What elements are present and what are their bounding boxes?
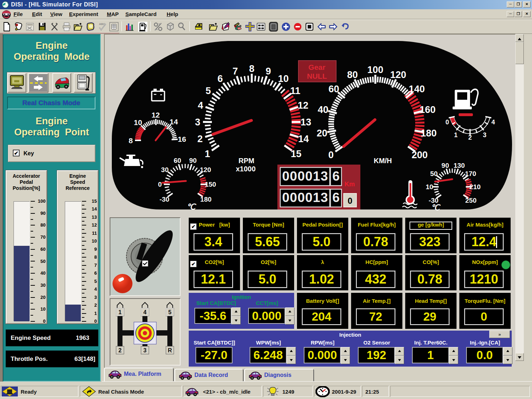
svg-text:1: 1 bbox=[205, 149, 210, 159]
svg-text:0: 0 bbox=[348, 196, 352, 206]
svg-text:6: 6 bbox=[332, 190, 340, 205]
svg-text:R: R bbox=[168, 347, 172, 353]
svg-text:210: 210 bbox=[469, 183, 481, 191]
svg-text:℃: ℃ bbox=[187, 202, 197, 211]
svg-text:180: 180 bbox=[200, 196, 212, 203]
svg-text:90: 90 bbox=[189, 157, 197, 164]
svg-text:90: 90 bbox=[442, 162, 449, 169]
svg-text:NULL: NULL bbox=[307, 72, 327, 80]
svg-text:5: 5 bbox=[205, 86, 211, 96]
svg-text:12: 12 bbox=[298, 100, 308, 111]
svg-text:8: 8 bbox=[249, 63, 254, 74]
svg-text:0: 0 bbox=[158, 181, 162, 188]
svg-text:120: 120 bbox=[200, 166, 211, 173]
svg-text:150: 150 bbox=[205, 181, 216, 188]
svg-text:6: 6 bbox=[218, 73, 223, 84]
svg-text:0: 0 bbox=[445, 119, 449, 126]
svg-text:0: 0 bbox=[328, 150, 334, 160]
svg-text:4: 4 bbox=[491, 119, 495, 126]
svg-text:12: 12 bbox=[151, 111, 160, 119]
svg-text:10: 10 bbox=[278, 73, 289, 84]
svg-text:x1000: x1000 bbox=[236, 165, 256, 173]
svg-text:2: 2 bbox=[119, 347, 122, 353]
svg-text:14: 14 bbox=[298, 134, 309, 144]
svg-text:4: 4 bbox=[144, 309, 147, 315]
svg-text:2: 2 bbox=[468, 134, 472, 141]
svg-text:6: 6 bbox=[332, 169, 340, 183]
svg-text:11: 11 bbox=[290, 86, 301, 96]
svg-text:10: 10 bbox=[426, 183, 433, 191]
svg-text:4: 4 bbox=[198, 100, 203, 111]
svg-text:Gear: Gear bbox=[308, 63, 325, 71]
svg-text:160: 160 bbox=[419, 104, 435, 115]
svg-text:3: 3 bbox=[144, 347, 147, 353]
svg-text:5: 5 bbox=[168, 309, 172, 315]
svg-text:1: 1 bbox=[454, 131, 458, 139]
svg-text:8: 8 bbox=[129, 136, 133, 145]
svg-text:120: 120 bbox=[390, 69, 406, 80]
svg-text:13: 13 bbox=[301, 117, 311, 128]
svg-text:RPM: RPM bbox=[239, 157, 254, 165]
svg-text:9: 9 bbox=[266, 66, 271, 77]
svg-text:1: 1 bbox=[119, 309, 122, 315]
svg-text:130: 130 bbox=[454, 162, 465, 169]
svg-text:000013: 000013 bbox=[282, 169, 328, 183]
svg-text:℃: ℃ bbox=[431, 203, 441, 212]
svg-text:30: 30 bbox=[161, 166, 168, 173]
svg-text:60: 60 bbox=[329, 84, 339, 94]
svg-text:200: 200 bbox=[412, 150, 428, 160]
svg-text:60: 60 bbox=[174, 157, 181, 164]
svg-text:Km: Km bbox=[344, 181, 355, 188]
svg-text:170: 170 bbox=[465, 170, 476, 177]
svg-text:180: 180 bbox=[421, 128, 437, 139]
svg-text:15: 15 bbox=[291, 149, 301, 159]
svg-text:16: 16 bbox=[178, 135, 186, 143]
svg-text:250: 250 bbox=[465, 197, 477, 204]
svg-text:KM/H: KM/H bbox=[374, 157, 392, 165]
svg-text:140: 140 bbox=[409, 84, 425, 94]
svg-text:10: 10 bbox=[134, 118, 142, 126]
svg-text:-30: -30 bbox=[160, 196, 169, 203]
svg-text:14: 14 bbox=[169, 118, 178, 126]
svg-text:40: 40 bbox=[318, 104, 328, 115]
svg-text:000013: 000013 bbox=[282, 190, 328, 205]
svg-text:20: 20 bbox=[317, 128, 327, 139]
svg-text:3: 3 bbox=[195, 117, 200, 128]
svg-text:100: 100 bbox=[367, 64, 383, 75]
svg-text:3: 3 bbox=[483, 131, 486, 139]
svg-text:80: 80 bbox=[347, 69, 358, 80]
svg-text:2: 2 bbox=[197, 134, 203, 144]
svg-text:7: 7 bbox=[233, 66, 238, 77]
svg-text:50: 50 bbox=[430, 170, 438, 177]
